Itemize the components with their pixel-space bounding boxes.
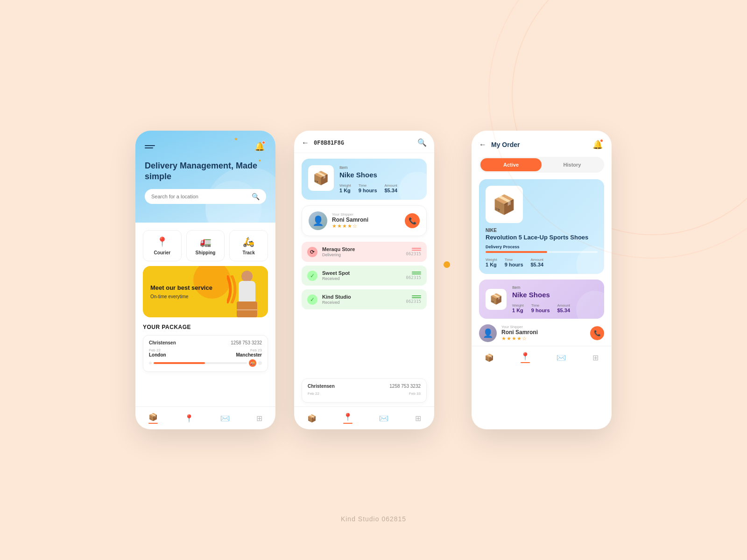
pkg-from: Feb 22 London	[149, 348, 166, 357]
status-lines-3	[412, 295, 421, 298]
tracking-id: 0F8B81F8G	[314, 140, 413, 146]
sec-time: Time 9 hours	[531, 303, 550, 313]
shipper-stars: ★★★★☆	[332, 223, 400, 229]
tab-history[interactable]: History	[542, 158, 603, 171]
pkg-time: Time 9 hours	[359, 183, 377, 193]
search-icon: 🔍	[252, 193, 260, 200]
store-status-sweetspot: Received	[322, 276, 401, 281]
pkg-detail-card: Christensen 1258 753 3232 Feb 22 Feb 33	[302, 378, 427, 403]
delivery-progress-fill	[486, 251, 547, 253]
quick-actions: 📍 Courier 🚛 Shipping 🛵 Track	[135, 223, 275, 266]
p2-nav-message[interactable]: ✉️	[379, 414, 388, 423]
p3-nav-grid[interactable]: ⊞	[592, 353, 599, 362]
p3-call-button[interactable]: 📞	[590, 326, 604, 340]
nav-active-indicator	[148, 423, 158, 424]
shipping-button[interactable]: 🚛 Shipping	[186, 230, 225, 261]
p3-nav-message[interactable]: ✉️	[557, 353, 566, 362]
pkg-info-right: Item Nike Shoes Weight 1 Kg Time 9 hours…	[339, 165, 420, 193]
nav-location[interactable]: 📍	[184, 414, 194, 423]
phone2-bottom-nav: 📦 📍 ✉️ ⊞	[294, 406, 434, 429]
shipper-label: Your Shipper	[332, 212, 400, 217]
shipping-icon: 🚛	[200, 236, 211, 247]
p3-shipper-avatar: 👤	[479, 324, 497, 342]
call-button[interactable]: 📞	[405, 213, 420, 228]
p2-nav-package-icon: 📦	[307, 414, 317, 423]
secondary-box-image: 📦	[486, 289, 507, 310]
secondary-order-card: 📦 Item Nike Shoes Weight 1 Kg Time 9 hou…	[479, 280, 604, 319]
secondary-item-name: Nike Shoes	[512, 291, 598, 299]
status-line-1	[412, 248, 421, 249]
pkg-detail-from: Feb 22	[308, 392, 319, 396]
phone1-topbar: 🔔	[145, 140, 266, 153]
pkg-top: Christensen 1258 753 3232	[149, 340, 262, 345]
package-info-card: 📦 Item Nike Shoes Weight 1 Kg Time 9 hou…	[302, 159, 427, 200]
status-line-5	[412, 295, 421, 296]
pkg-detail-top: Christensen 1258 753 3232	[308, 384, 421, 389]
store-item-sweetspot[interactable]: ✓ Sweet Spot Received 062315	[302, 266, 427, 286]
pkg-amount: Amount $5.34	[385, 183, 398, 193]
package-section: YOUR PACKAGE Christensen 1258 753 3232 F…	[135, 324, 275, 406]
progress-fill	[154, 362, 205, 364]
p3-shipper-name: Roni Samroni	[501, 329, 585, 336]
p3-shipper-info: Your Shipper Roni Samroni ★★★★☆	[501, 325, 585, 342]
stripe-deco	[227, 275, 241, 303]
back-arrow-icon[interactable]: ←	[302, 139, 309, 147]
pkg-weight: Weight 1 Kg	[339, 183, 351, 193]
order-time: Time 9 hours	[505, 258, 523, 267]
package-card[interactable]: Christensen 1258 753 3232 Feb 22 London …	[143, 335, 268, 372]
p3-nav-grid-icon: ⊞	[592, 353, 599, 362]
store-code-kindstudio: 062315	[406, 295, 421, 304]
nav-message[interactable]: ✉️	[220, 414, 230, 423]
tab-active[interactable]: Active	[480, 158, 542, 171]
tabs-row: Active History	[479, 157, 604, 173]
package-section-title: YOUR PACKAGE	[143, 324, 268, 330]
secondary-pkg-meta: Weight 1 Kg Time 9 hours Amount $5.34	[512, 303, 598, 313]
p3-bell-icon[interactable]: 🔔	[591, 138, 604, 151]
search-bar[interactable]: 🔍	[145, 189, 266, 204]
order-weight: Weight 1 Kg	[486, 258, 497, 267]
nav-grid[interactable]: ⊞	[256, 414, 262, 423]
promo-text: Meet our best service On-time everytime	[150, 284, 212, 299]
status-lines-2	[412, 272, 421, 274]
shipper-card: 👤 Your Shipper Roni Samroni ★★★★☆ 📞	[302, 205, 427, 236]
search-input[interactable]	[151, 194, 248, 199]
pkg-to: Feb 23 Manchester	[236, 348, 262, 357]
p3-nav-package[interactable]: 📦	[485, 353, 494, 362]
pkg-progress: 🚚	[149, 359, 262, 367]
received-icon-2: ✓	[307, 294, 317, 305]
p2-nav-grid-icon: ⊞	[415, 414, 421, 423]
status-line-3	[412, 272, 421, 273]
store-item-kindstudio[interactable]: ✓ Kind Studio Received 062315	[302, 289, 427, 309]
store-status-meraqu: Delivering	[322, 252, 401, 257]
track-button[interactable]: 🛵 Track	[229, 230, 268, 261]
p3-back-arrow-icon[interactable]: ←	[479, 140, 486, 149]
orange-dot-deco	[444, 261, 450, 268]
search-button-icon[interactable]: 🔍	[417, 138, 427, 147]
store-item-meraqu[interactable]: ⟳ Meraqu Store Delivering 062315	[302, 242, 427, 262]
pkg-detail-dates: Feb 22 Feb 33	[308, 392, 421, 396]
menu-icon[interactable]	[145, 145, 155, 148]
phone-1: ★ ✦ 🔔 Delivery Management, Made simple 🔍	[135, 131, 275, 429]
nav-grid-icon: ⊞	[256, 414, 262, 423]
p2-nav-grid[interactable]: ⊞	[415, 414, 421, 423]
courier-button[interactable]: 📍 Courier	[143, 230, 182, 261]
delivery-box	[237, 301, 257, 317]
shipper-info: Your Shipper Roni Samroni ★★★★☆	[332, 212, 400, 229]
bell-icon[interactable]: 🔔	[253, 140, 266, 153]
sec-weight: Weight 1 Kg	[512, 303, 524, 313]
promo-banner: Meet our best service On-time everytime	[143, 266, 268, 317]
received-icon: ✓	[307, 271, 317, 281]
p2-nav-package[interactable]: 📦	[307, 414, 317, 423]
progress-start-dot	[149, 362, 152, 364]
nav-package[interactable]: 📦	[148, 413, 158, 424]
p3-nav-location[interactable]: 📍	[521, 352, 530, 363]
promo-subtitle: On-time everytime	[150, 294, 212, 299]
p3-notification-dot	[600, 139, 603, 142]
pkg-name: Christensen	[149, 340, 176, 345]
p2-nav-location[interactable]: 📍	[343, 413, 352, 424]
p3-nav-package-icon: 📦	[485, 353, 494, 362]
order-brand: NIKE	[486, 228, 598, 233]
nav-message-icon: ✉️	[220, 414, 230, 423]
track-icon: 🛵	[243, 236, 254, 247]
order-meta-row: Weight 1 Kg Time 9 hours Amount $5.34	[486, 258, 598, 267]
